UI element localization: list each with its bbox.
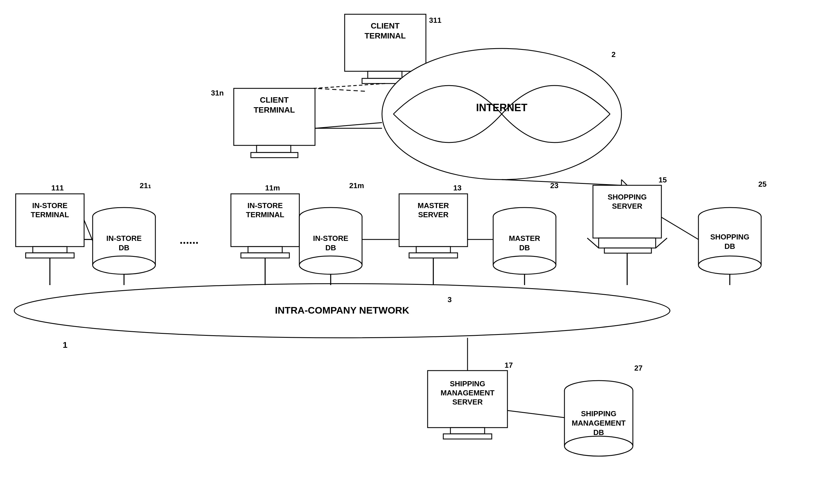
svg-text:DB: DB: [325, 244, 336, 252]
svg-text:SERVER: SERVER: [452, 398, 483, 406]
svg-text:MANAGEMENT: MANAGEMENT: [440, 389, 494, 397]
svg-rect-3: [368, 71, 402, 79]
svg-text:TERMINAL: TERMINAL: [254, 105, 295, 114]
svg-text:2: 2: [612, 50, 616, 59]
svg-text:......: ......: [180, 234, 199, 246]
svg-line-124: [84, 220, 93, 241]
svg-text:111: 111: [51, 184, 63, 192]
svg-line-16: [315, 122, 382, 128]
svg-point-112: [565, 436, 633, 456]
svg-text:25: 25: [758, 180, 767, 189]
svg-text:27: 27: [634, 364, 642, 372]
svg-text:INTRA-COMPANY NETWORK: INTRA-COMPANY NETWORK: [275, 305, 409, 315]
svg-line-81: [587, 238, 599, 248]
svg-text:MASTER: MASTER: [418, 201, 449, 210]
svg-text:15: 15: [659, 175, 667, 184]
svg-rect-25: [26, 253, 74, 258]
svg-text:11m: 11m: [265, 184, 280, 192]
svg-line-12: [313, 84, 385, 88]
svg-text:3: 3: [447, 295, 451, 304]
svg-rect-83: [599, 238, 656, 248]
svg-rect-24: [33, 247, 67, 253]
svg-text:SHIPPING: SHIPPING: [450, 380, 485, 388]
architecture-diagram: CLIENT TERMINAL 311 CLIENT TERMINAL 31n …: [0, 0, 827, 504]
svg-text:SERVER: SERVER: [612, 202, 642, 210]
svg-point-72: [493, 256, 556, 274]
svg-text:21m: 21m: [349, 181, 364, 190]
svg-text:IN-STORE: IN-STORE: [313, 234, 348, 243]
svg-text:DB: DB: [724, 242, 735, 251]
svg-text:311: 311: [429, 16, 441, 24]
svg-rect-104: [450, 427, 485, 434]
svg-text:SERVER: SERVER: [418, 210, 449, 219]
svg-rect-105: [443, 434, 492, 439]
svg-rect-65: [409, 253, 457, 258]
svg-text:DB: DB: [519, 244, 530, 252]
svg-text:31n: 31n: [211, 89, 224, 97]
svg-line-98: [662, 217, 698, 240]
svg-text:CLIENT: CLIENT: [371, 21, 399, 30]
svg-text:SHIPPING: SHIPPING: [581, 409, 616, 418]
svg-text:MASTER: MASTER: [509, 234, 540, 243]
svg-text:IN-STORE: IN-STORE: [106, 234, 142, 243]
svg-rect-9: [256, 145, 291, 153]
svg-text:SHOPPING: SHOPPING: [607, 193, 646, 201]
svg-text:TERMINAL: TERMINAL: [246, 210, 284, 219]
svg-rect-10: [251, 153, 298, 158]
svg-text:13: 13: [453, 184, 461, 192]
svg-rect-84: [604, 248, 651, 253]
svg-point-51: [299, 256, 362, 274]
svg-rect-43: [248, 247, 282, 253]
svg-text:DB: DB: [593, 428, 604, 437]
svg-text:SHOPPING: SHOPPING: [710, 233, 749, 241]
svg-point-94: [698, 256, 761, 274]
svg-text:DB: DB: [118, 244, 130, 252]
svg-line-82: [656, 238, 667, 248]
svg-text:TERMINAL: TERMINAL: [364, 31, 406, 40]
svg-text:17: 17: [504, 361, 513, 369]
svg-text:TERMINAL: TERMINAL: [31, 210, 69, 219]
svg-text:1: 1: [63, 340, 67, 350]
svg-line-117: [507, 410, 565, 418]
svg-line-135: [315, 88, 365, 91]
svg-rect-64: [416, 247, 450, 253]
svg-line-88: [622, 180, 627, 185]
svg-text:21₁: 21₁: [140, 181, 151, 190]
svg-point-33: [93, 256, 155, 274]
svg-rect-44: [241, 253, 289, 258]
svg-text:IN-STORE: IN-STORE: [247, 201, 283, 210]
svg-text:MANAGEMENT: MANAGEMENT: [572, 419, 626, 427]
svg-line-123: [502, 180, 622, 185]
svg-text:IN-STORE: IN-STORE: [32, 201, 67, 210]
svg-text:CLIENT: CLIENT: [260, 96, 289, 104]
svg-text:INTERNET: INTERNET: [476, 102, 527, 113]
